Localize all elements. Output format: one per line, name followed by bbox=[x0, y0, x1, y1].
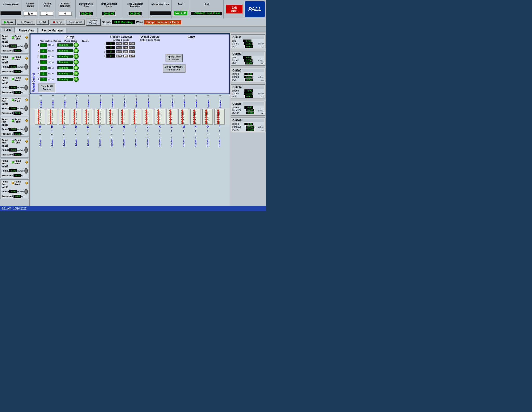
valve-dot[interactable] bbox=[145, 117, 147, 119]
tab-pid[interactable]: P&ID bbox=[1, 27, 15, 33]
valve-dot[interactable] bbox=[169, 119, 171, 120]
valve-dot[interactable] bbox=[121, 122, 123, 124]
valve-dot[interactable] bbox=[145, 122, 147, 124]
valve-dot[interactable] bbox=[157, 119, 159, 120]
valve-dot[interactable] bbox=[38, 109, 39, 111]
valve-dot[interactable] bbox=[157, 117, 159, 119]
valve-dot[interactable] bbox=[121, 109, 123, 111]
valve-dot[interactable] bbox=[205, 122, 207, 124]
valve-dot[interactable] bbox=[97, 113, 99, 115]
valve-dot[interactable] bbox=[217, 115, 219, 117]
valve-dot[interactable] bbox=[85, 117, 87, 119]
valve-dot[interactable] bbox=[205, 109, 207, 111]
valve-dot[interactable] bbox=[217, 117, 219, 119]
valve-dot[interactable] bbox=[109, 119, 111, 120]
close-all-valves-button[interactable]: Close All Valves,Pumps OFF bbox=[163, 64, 185, 73]
valve-dot[interactable] bbox=[169, 117, 171, 119]
valve-dot[interactable] bbox=[109, 117, 111, 119]
valve-dot[interactable] bbox=[145, 120, 147, 122]
pump-flow-input-3[interactable] bbox=[40, 55, 47, 58]
pump-flow-input-2[interactable] bbox=[40, 49, 47, 53]
valve-dot[interactable] bbox=[85, 122, 87, 124]
fraction-val-2[interactable] bbox=[106, 46, 115, 49]
valve-dot[interactable] bbox=[62, 111, 63, 113]
valve-dot[interactable] bbox=[74, 109, 75, 111]
valve-dot[interactable] bbox=[193, 109, 195, 111]
valve-dot[interactable] bbox=[205, 117, 207, 119]
pump-flow-input-7[interactable] bbox=[40, 77, 47, 81]
valve-dot[interactable] bbox=[169, 111, 171, 113]
pump-flow-input-5[interactable] bbox=[40, 66, 47, 70]
valve-dot[interactable] bbox=[134, 115, 135, 117]
valve-dot[interactable] bbox=[121, 113, 123, 115]
pump-flow-input-4[interactable] bbox=[40, 60, 47, 64]
valve-dot[interactable] bbox=[74, 120, 75, 122]
fraction-val-3[interactable] bbox=[106, 50, 115, 54]
valve-dot[interactable] bbox=[181, 113, 183, 115]
fraction-val-1[interactable] bbox=[106, 42, 115, 45]
valve-dot[interactable] bbox=[181, 109, 183, 111]
valve-dot[interactable] bbox=[169, 122, 171, 124]
ignore-warnings-button[interactable]: Ignore Warnings bbox=[86, 18, 101, 26]
valve-dot[interactable] bbox=[50, 115, 51, 117]
valve-dot[interactable] bbox=[97, 122, 99, 124]
valve-dot[interactable] bbox=[97, 119, 99, 120]
valve-dot[interactable] bbox=[157, 115, 159, 117]
comment-button[interactable]: Comment bbox=[66, 19, 85, 25]
pump-enable-2[interactable]: ON bbox=[74, 48, 79, 53]
valve-dot[interactable] bbox=[62, 109, 63, 111]
fraction-off-cycle-1[interactable]: OFF bbox=[123, 42, 128, 45]
fraction-off-switch-4[interactable]: OFF bbox=[116, 55, 122, 57]
valve-dot[interactable] bbox=[121, 119, 123, 120]
fraction-off-phase-2[interactable]: OFF bbox=[129, 46, 135, 49]
valve-dot[interactable] bbox=[109, 111, 111, 113]
fraction-off-phase-1[interactable]: OFF bbox=[129, 42, 135, 45]
fraction-off-switch-1[interactable]: OFF bbox=[116, 42, 122, 45]
valve-dot[interactable] bbox=[193, 111, 195, 113]
valve-dot[interactable] bbox=[193, 113, 195, 115]
valve-dot[interactable] bbox=[85, 115, 87, 117]
valve-dot[interactable] bbox=[134, 113, 135, 115]
valve-dot[interactable] bbox=[74, 115, 75, 117]
valve-dot[interactable] bbox=[157, 113, 159, 115]
pause-button[interactable]: ⏸ Pause bbox=[17, 19, 35, 25]
disable-all-pumps-button[interactable]: Disable AllPumps bbox=[38, 83, 55, 92]
valve-dot[interactable] bbox=[181, 111, 183, 113]
valve-dot[interactable] bbox=[217, 113, 219, 115]
valve-dot[interactable] bbox=[62, 122, 63, 124]
valve-dot[interactable] bbox=[205, 113, 207, 115]
valve-dot[interactable] bbox=[217, 122, 219, 124]
valve-dot[interactable] bbox=[121, 111, 123, 113]
valve-dot[interactable] bbox=[74, 119, 75, 120]
valve-dot[interactable] bbox=[50, 122, 51, 124]
valve-dot[interactable] bbox=[134, 109, 135, 111]
valve-dot[interactable] bbox=[50, 113, 51, 115]
valve-dot[interactable] bbox=[181, 117, 183, 119]
valve-dot[interactable] bbox=[97, 111, 99, 113]
valve-dot[interactable] bbox=[109, 120, 111, 122]
valve-dot[interactable] bbox=[134, 117, 135, 119]
valve-dot[interactable] bbox=[85, 119, 87, 120]
valve-dot[interactable] bbox=[121, 115, 123, 117]
exit-button[interactable]: Exit App. bbox=[226, 5, 243, 14]
fraction-off-cycle-3[interactable]: OFF bbox=[123, 50, 128, 53]
pump-enable-7[interactable]: ON bbox=[74, 77, 79, 82]
valve-dot[interactable] bbox=[157, 109, 159, 111]
valve-dot[interactable] bbox=[134, 120, 135, 122]
valve-dot[interactable] bbox=[193, 119, 195, 120]
valve-dot[interactable] bbox=[169, 115, 171, 117]
stop-button[interactable]: ■ Stop bbox=[50, 19, 65, 25]
valve-dot[interactable] bbox=[217, 111, 219, 113]
pump-enable-5[interactable]: ON bbox=[74, 65, 79, 70]
valve-dot[interactable] bbox=[145, 113, 147, 115]
valve-dot[interactable] bbox=[97, 109, 99, 111]
hold-button[interactable]: Hold bbox=[36, 19, 49, 25]
valve-dot[interactable] bbox=[121, 120, 123, 122]
valve-dot[interactable] bbox=[85, 120, 87, 122]
valve-dot[interactable] bbox=[157, 111, 159, 113]
valve-dot[interactable] bbox=[145, 115, 147, 117]
valve-dot[interactable] bbox=[109, 115, 111, 117]
valve-dot[interactable] bbox=[62, 120, 63, 122]
pump-enable-4[interactable]: ON bbox=[74, 60, 79, 65]
pump-enable-6[interactable]: ON bbox=[74, 71, 79, 76]
